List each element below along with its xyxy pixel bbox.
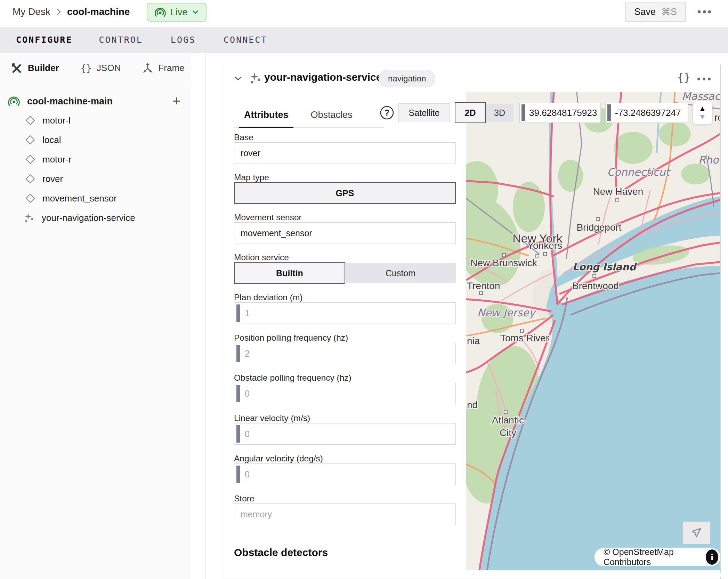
map-label-toms-river: Toms River bbox=[500, 333, 549, 343]
map-label-bridgeport: Bridgeport bbox=[576, 222, 621, 233]
field-accent-bar bbox=[236, 466, 240, 483]
config-sidebar: Builder {} JSON Frame cool-machine-mai bbox=[0, 53, 190, 579]
plan-deviation-field bbox=[234, 302, 456, 324]
tab-logs[interactable]: LOGS bbox=[167, 35, 199, 45]
page-tab-bar: CONFIGURE CONTROL LOGS CONNECT bbox=[0, 27, 728, 53]
service-type-badge: navigation bbox=[379, 70, 435, 87]
tab-obstacles[interactable]: Obstacles bbox=[311, 104, 353, 127]
save-button[interactable]: Save ⌘S bbox=[625, 2, 686, 22]
question-glyph: ? bbox=[385, 108, 390, 117]
component-diamond-icon bbox=[25, 174, 35, 184]
card-title: your-navigation-service bbox=[264, 71, 382, 83]
map-3d-button[interactable]: 3D bbox=[486, 104, 513, 122]
json-view-button[interactable]: {} bbox=[677, 71, 690, 84]
save-shortcut: ⌘S bbox=[661, 6, 677, 17]
linear-velocity-label: Linear velocity (m/s) bbox=[234, 413, 310, 423]
motion-service-builtin-button[interactable]: Builtin bbox=[234, 262, 345, 284]
map-label-brentwood: Brentwood bbox=[572, 280, 619, 291]
mode-builder[interactable]: Builder bbox=[11, 62, 59, 74]
info-icon[interactable]: i bbox=[706, 549, 718, 565]
card-tabs: Attributes Obstacles bbox=[234, 104, 385, 128]
map-label-new-haven: New Haven bbox=[593, 186, 644, 197]
map-label-providence-fragment: ro bbox=[714, 112, 720, 123]
machine-part-icon bbox=[8, 95, 20, 108]
service-sparkle-icon bbox=[248, 71, 262, 85]
position-polling-label: Position polling frequency (hz) bbox=[234, 333, 348, 343]
tree-item-motor-r[interactable]: motor-r bbox=[25, 150, 72, 169]
tree-item-navigation-service[interactable]: your-navigation-service bbox=[23, 208, 135, 228]
position-polling-field bbox=[234, 343, 456, 364]
overflow-menu-button[interactable] bbox=[695, 6, 713, 17]
step-up-icon[interactable]: ▲ bbox=[699, 105, 706, 112]
obstacle-detectors-heading: Obstacle detectors bbox=[234, 547, 328, 558]
satellite-toggle-button[interactable]: Satellite bbox=[398, 103, 450, 122]
save-label: Save bbox=[634, 7, 656, 17]
card-menu-button[interactable] bbox=[695, 73, 713, 85]
tab-attributes[interactable]: Attributes bbox=[244, 104, 289, 127]
base-label: Base bbox=[234, 133, 253, 142]
map-label-new-jersey: New Jersey bbox=[477, 307, 536, 319]
plan-deviation-input[interactable] bbox=[240, 308, 455, 318]
coordinate-stepper[interactable]: ▲ ▼ bbox=[693, 101, 712, 125]
help-button[interactable]: ? bbox=[380, 105, 394, 120]
component-diamond-icon bbox=[25, 154, 35, 165]
braces-icon: {} bbox=[81, 63, 92, 73]
obstacle-polling-input[interactable] bbox=[240, 389, 455, 399]
longitude-field bbox=[605, 103, 688, 123]
store-input[interactable] bbox=[234, 509, 455, 519]
next-card-edge bbox=[223, 577, 721, 579]
attribution-text[interactable]: © OpenStreetMap Contributors bbox=[604, 547, 702, 567]
tree-item-movement-sensor[interactable]: movement_sensor bbox=[25, 189, 117, 208]
movement-sensor-input[interactable] bbox=[234, 228, 455, 238]
tab-control[interactable]: CONTROL bbox=[95, 35, 146, 45]
angular-velocity-field bbox=[234, 463, 456, 485]
chevron-down-icon bbox=[192, 10, 199, 15]
tree-item-label: motor-r bbox=[42, 154, 72, 165]
plan-deviation-label: Plan deviation (m) bbox=[234, 293, 302, 302]
field-accent-bar bbox=[607, 104, 611, 121]
breadcrumb-machine-name: cool-machine bbox=[67, 6, 130, 17]
field-accent-bar bbox=[236, 385, 240, 402]
field-accent-bar bbox=[236, 345, 240, 362]
map-type-label: Map type bbox=[234, 173, 269, 182]
map-label-long-island: Long Island bbox=[573, 261, 637, 273]
navigation-map[interactable]: Massachu Rhod Connecticut New Haven Brid… bbox=[466, 92, 720, 570]
mode-frame[interactable]: Frame bbox=[142, 63, 184, 74]
position-polling-input[interactable] bbox=[240, 349, 455, 359]
mode-json[interactable]: {} JSON bbox=[81, 63, 121, 73]
tree-item-machine-part[interactable]: cool-machine-main bbox=[8, 92, 113, 111]
tree-item-label: rover bbox=[42, 174, 63, 184]
angular-velocity-label: Angular velocity (deg/s) bbox=[234, 454, 323, 463]
tree-item-motor-l[interactable]: motor-l bbox=[25, 111, 71, 130]
tree-item-rover[interactable]: rover bbox=[25, 169, 63, 189]
latitude-input[interactable] bbox=[529, 108, 600, 118]
tab-configure[interactable]: CONFIGURE bbox=[13, 35, 76, 45]
step-down-icon[interactable]: ▼ bbox=[699, 113, 706, 121]
tab-connect[interactable]: CONNECT bbox=[220, 35, 271, 45]
collapse-chevron-icon[interactable] bbox=[234, 76, 243, 81]
service-sparkle-icon bbox=[23, 212, 35, 224]
map-2d-button[interactable]: 2D bbox=[455, 102, 486, 123]
component-diamond-icon bbox=[25, 135, 35, 145]
map-label-rhode-island: Rhod bbox=[698, 154, 720, 166]
field-accent-bar bbox=[521, 104, 525, 121]
angular-velocity-input[interactable] bbox=[240, 469, 455, 479]
content-area: Builder {} JSON Frame cool-machine-mai bbox=[0, 53, 728, 579]
linear-velocity-input[interactable] bbox=[240, 429, 455, 439]
live-label: Live bbox=[170, 7, 188, 18]
field-accent-bar bbox=[236, 304, 240, 322]
map-type-gps-button[interactable]: GPS bbox=[234, 182, 456, 204]
breadcrumb-root[interactable]: My Desk bbox=[13, 6, 50, 17]
map-label-new-brunswick: New Brunswick bbox=[470, 257, 537, 268]
tree-item-label: motor-l bbox=[42, 115, 71, 126]
obstacle-polling-label: Obstacle polling frequency (hz) bbox=[234, 373, 351, 383]
live-status-dropdown[interactable]: Live bbox=[147, 3, 207, 22]
motion-service-custom-button[interactable]: Custom bbox=[345, 263, 456, 283]
base-input[interactable] bbox=[234, 148, 455, 158]
breadcrumb-chevron-icon bbox=[56, 7, 62, 16]
longitude-input[interactable] bbox=[615, 108, 688, 118]
locate-me-button[interactable] bbox=[683, 522, 710, 544]
tree-item-local[interactable]: local bbox=[25, 130, 61, 150]
add-component-button[interactable]: + bbox=[169, 92, 184, 110]
movement-sensor-label: Movement sensor bbox=[234, 213, 302, 222]
